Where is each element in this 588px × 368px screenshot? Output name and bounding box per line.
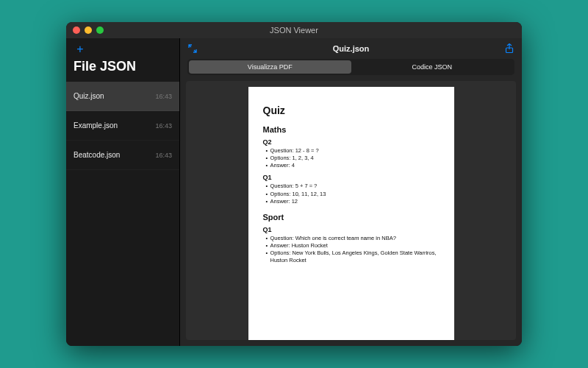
doc-title: Quiz: [263, 105, 440, 116]
doc-question-id: Q1: [263, 226, 440, 233]
main-toolbar: Quiz.json: [180, 38, 522, 59]
doc-line: Answer: 4: [266, 162, 440, 169]
sidebar-file-item[interactable]: Quiz.json16:43: [66, 82, 179, 111]
doc-line: Question: 5 + 7 = ?: [266, 183, 440, 190]
zoom-icon[interactable]: [96, 26, 104, 34]
minimize-icon[interactable]: [85, 26, 92, 34]
main-panel: Quiz.json Visualizza PDFCodice JSON Quiz…: [180, 38, 522, 346]
current-file-label: Quiz.json: [205, 44, 497, 53]
view-mode-tab[interactable]: Codice JSON: [351, 60, 514, 74]
pdf-page: QuizMathsQ2Question: 12 - 8 = ?Options: …: [248, 87, 454, 340]
sidebar-file-item[interactable]: Beatcode.json16:43: [66, 141, 179, 170]
file-time: 16:43: [155, 93, 172, 100]
doc-question-id: Q1: [263, 174, 440, 181]
doc-question-lines: Question: 12 - 8 = ?Options: 1, 2, 3, 4A…: [263, 147, 440, 169]
sidebar: + File JSON Quiz.json16:43Example.json16…: [66, 38, 180, 346]
doc-section-heading: Sport: [263, 213, 440, 222]
fullscreen-icon[interactable]: [186, 42, 199, 55]
doc-line: Options: New York Bulls, Los Angeles Kin…: [266, 250, 440, 264]
doc-line: Options: 1, 2, 3, 4: [266, 155, 440, 162]
doc-line: Question: Which one is correct team name…: [266, 235, 440, 242]
doc-line: Answer: 12: [266, 198, 440, 205]
add-file-button[interactable]: +: [74, 43, 87, 56]
file-name: Quiz.json: [74, 92, 104, 100]
window-title: JSON Viewer: [66, 26, 522, 35]
sidebar-header: + File JSON: [66, 38, 179, 82]
view-mode-tabs: Visualizza PDFCodice JSON: [187, 59, 514, 75]
doc-question-id: Q2: [263, 138, 440, 146]
file-name: Beatcode.json: [74, 151, 120, 159]
document-viewer: QuizMathsQ2Question: 12 - 8 = ?Options: …: [186, 81, 516, 340]
titlebar: JSON Viewer: [66, 22, 522, 38]
file-name: Example.json: [74, 121, 118, 130]
share-icon[interactable]: [503, 42, 516, 55]
traffic-lights: [66, 26, 104, 34]
close-icon[interactable]: [73, 26, 80, 34]
doc-line: Answer: Huston Rocket: [266, 242, 440, 250]
doc-line: Options: 10, 11, 12, 13: [266, 191, 440, 198]
file-time: 16:43: [155, 152, 172, 159]
doc-question-lines: Question: Which one is correct team name…: [263, 235, 440, 265]
sidebar-file-item[interactable]: Example.json16:43: [66, 111, 179, 141]
doc-line: Question: 12 - 8 = ?: [266, 147, 440, 155]
file-time: 16:43: [155, 122, 172, 130]
doc-question-lines: Question: 5 + 7 = ?Options: 10, 11, 12, …: [263, 183, 440, 205]
plus-icon: +: [76, 43, 83, 56]
sidebar-title: File JSON: [74, 59, 172, 74]
app-window: JSON Viewer + File JSON Quiz.json16:43Ex…: [66, 22, 522, 346]
content-area: + File JSON Quiz.json16:43Example.json16…: [66, 38, 522, 346]
doc-section-heading: Maths: [263, 125, 440, 134]
file-list: Quiz.json16:43Example.json16:43Beatcode.…: [66, 82, 179, 170]
view-mode-tab[interactable]: Visualizza PDF: [189, 60, 351, 74]
